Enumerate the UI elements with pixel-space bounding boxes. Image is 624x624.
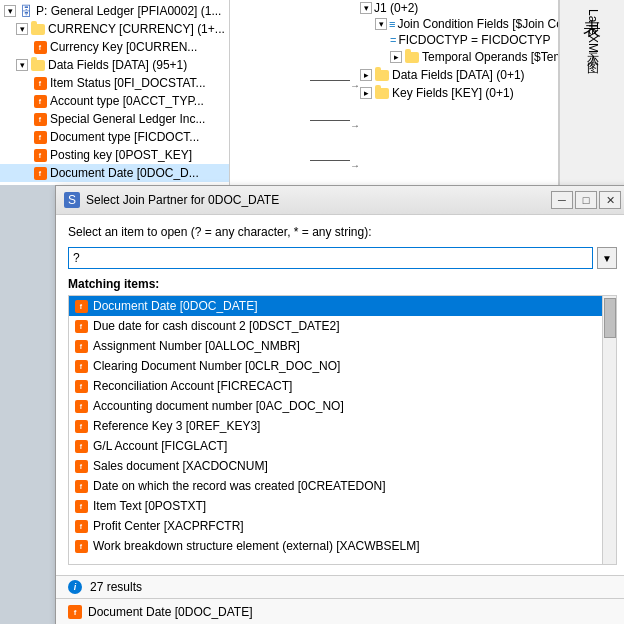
doc-date-label: Document Date [0DOC_D... [50,166,199,180]
result-item[interactable]: fProfit Center [XACPRFCTR] [69,516,616,536]
result-field-icon: f [73,458,89,474]
result-text: Date on which the record was created [0C… [93,479,386,493]
temporal-label: Temporal Operands [$Temporal O... [422,50,559,64]
dropdown-arrow-button[interactable]: ▼ [597,247,617,269]
result-text: Reconciliation Account [FICRECACT] [93,379,292,393]
dialog-controls: ─ □ ✕ [551,191,621,209]
tree-key-fields[interactable]: ▸ Key Fields [KEY] (0+1) [230,84,558,102]
tree-data-fields[interactable]: ▾ Data Fields [DATA] (95+1) [0,56,229,74]
maximize-button[interactable]: □ [575,191,597,209]
result-text: Document Date [0DOC_DATE] [93,299,258,313]
database-icon: 🗄 [18,3,34,19]
field-icon-account: f [32,93,48,109]
account-type-label: Account type [0ACCT_TYP... [50,94,204,108]
result-item[interactable]: fReconciliation Account [FICRECACT] [69,376,616,396]
condition-icon: = [390,34,396,46]
field-icon-currency-key: f [32,39,48,55]
expand-currency[interactable]: ▾ [16,23,28,35]
result-item[interactable]: fItem Text [0POSTXT] [69,496,616,516]
result-text: G/L Account [FICGLACT] [93,439,227,453]
expand-data-fields[interactable]: ▾ [16,59,28,71]
result-field-icon: f [73,378,89,394]
tree-root-left[interactable]: ▾ 🗄 P: General Ledger [PFIA0002] (1... [0,2,229,20]
dialog-title-icon: S [64,192,80,208]
info-icon: i [68,580,82,594]
result-field-icon: f [73,398,89,414]
item-status-label: Item Status [0FI_DOCSTAT... [50,76,206,90]
tree-j1-root[interactable]: ▾ J1 (0+2) [230,0,558,16]
dialog-instruction: Select an item to open (? = any characte… [68,225,617,239]
tree-join-condition[interactable]: ▾ ≡ Join Condition Fields [$Join Conc... [230,16,558,32]
tree-currency[interactable]: ▾ CURRENCY [CURRENCY] (1+... [0,20,229,38]
result-field-icon: f [73,298,89,314]
field-icon-status: f [32,75,48,91]
tree-special-gl[interactable]: f Special General Ledger Inc... [0,110,229,128]
tree-currency-key[interactable]: f Currency Key [0CURREN... [0,38,229,56]
tree-doc-date[interactable]: f Document Date [0DOC_D... [0,164,229,182]
result-count: 27 results [90,580,142,594]
bottom-label: Document Date [0DOC_DATE] [88,605,253,619]
dialog-title-text: Select Join Partner for 0DOC_DATE [86,193,279,207]
expand-join-cond[interactable]: ▾ [375,18,387,30]
search-row: ▼ [68,247,617,269]
scrollbar-thumb[interactable] [604,298,616,338]
join-cond-label: Join Condition Fields [$Join Conc... [397,17,559,31]
special-gl-label: Special General Ledger Inc... [50,112,205,126]
close-button[interactable]: ✕ [599,191,621,209]
bottom-bar: f Document Date [0DOC_DATE] [56,598,624,624]
result-text: Accounting document number [0AC_DOC_NO] [93,399,344,413]
folder-icon-data [30,57,46,73]
expand-temporal[interactable]: ▸ [390,51,402,63]
tree-temporal[interactable]: ▸ Temporal Operands [$Temporal O... [230,48,558,66]
tree-item-status[interactable]: f Item Status [0FI_DOCSTAT... [0,74,229,92]
result-item[interactable]: fWork breakdown structure element (exter… [69,536,616,556]
scrollbar-track[interactable] [602,296,616,564]
result-text: Profit Center [XACPRFCTR] [93,519,244,533]
result-item[interactable]: fAccounting document number [0AC_DOC_NO] [69,396,616,416]
expand-key-fields[interactable]: ▸ [360,87,372,99]
result-field-icon: f [73,478,89,494]
corner-text2: LaTeX示 [584,9,601,43]
folder-icon-key [374,85,390,101]
expand-left-root[interactable]: ▾ [4,5,16,17]
result-field-icon: f [73,358,89,374]
tree-doc-type[interactable]: f Document type [FICDOCT... [0,128,229,146]
result-item[interactable]: fReference Key 3 [0REF_KEY3] [69,416,616,436]
tree-ficdoctyp[interactable]: = FICDOCTYP = FICDOCTYP [230,32,558,48]
result-item[interactable]: fAssignment Number [0ALLOC_NMBR] [69,336,616,356]
field-icon-doc-type: f [32,129,48,145]
result-item[interactable]: fDue date for cash discount 2 [0DSCT_DAT… [69,316,616,336]
field-icon-special-gl: f [32,111,48,127]
posting-key-label: Posting key [0POST_KEY] [50,148,192,162]
currency-label: CURRENCY [CURRENCY] (1+... [48,22,225,36]
result-field-icon: f [73,338,89,354]
dialog-titlebar[interactable]: S Select Join Partner for 0DOC_DATE ─ □ … [56,186,624,215]
result-item[interactable]: fClearing Document Number [0CLR_DOC_NO] [69,356,616,376]
j1-title: J1 (0+2) [374,1,418,15]
tree-account-type[interactable]: f Account type [0ACCT_TYP... [0,92,229,110]
result-field-icon: f [73,518,89,534]
doc-type-label: Document type [FICDOCT... [50,130,199,144]
search-input[interactable] [68,247,593,269]
result-text: Reference Key 3 [0REF_KEY3] [93,419,260,433]
result-field-icon: f [73,318,89,334]
dialog-title-area: S Select Join Partner for 0DOC_DATE [64,192,279,208]
tree-posting-key[interactable]: f Posting key [0POST_KEY] [0,146,229,164]
left-tree-title: P: General Ledger [PFIA0002] (1... [36,4,221,18]
select-join-partner-dialog: S Select Join Partner for 0DOC_DATE ─ □ … [55,185,624,624]
results-list[interactable]: fDocument Date [0DOC_DATE]fDue date for … [68,295,617,565]
result-item[interactable]: fG/L Account [FICGLACT] [69,436,616,456]
status-bar: i 27 results [56,575,624,598]
expand-j1[interactable]: ▾ [360,2,372,14]
minimize-button[interactable]: ─ [551,191,573,209]
result-item[interactable]: fSales document [XACDOCNUM] [69,456,616,476]
expand-data-right[interactable]: ▸ [360,69,372,81]
dialog-body: Select an item to open (? = any characte… [56,215,624,575]
bottom-field-icon: f [68,605,82,619]
tree-data-right[interactable]: ▸ Data Fields [DATA] (0+1) [230,66,558,84]
field-icon-doc-date: f [32,165,48,181]
result-text: Item Text [0POSTXT] [93,499,206,513]
result-item[interactable]: fDate on which the record was created [0… [69,476,616,496]
matching-label: Matching items: [68,277,617,291]
result-item[interactable]: fDocument Date [0DOC_DATE] [69,296,616,316]
